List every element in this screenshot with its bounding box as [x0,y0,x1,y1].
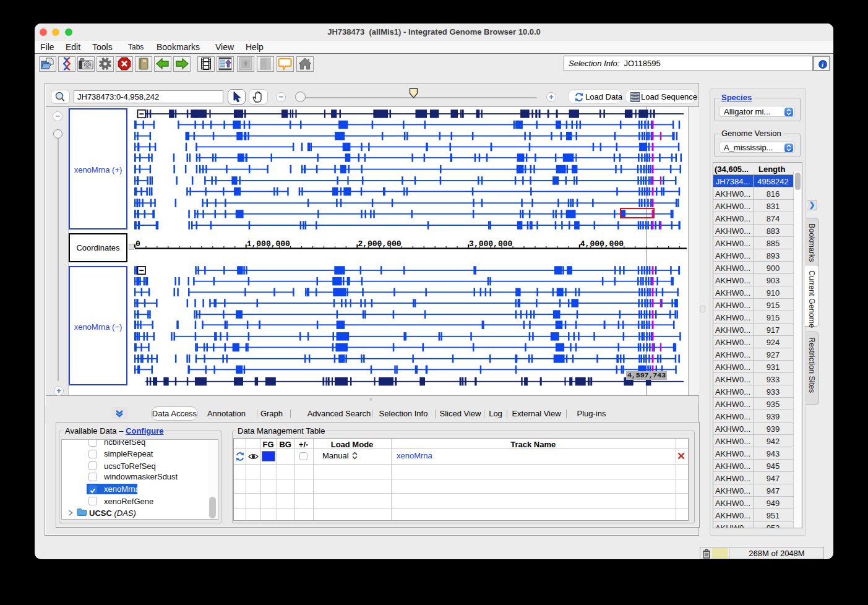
svg-text:2,000,000: 2,000,000 [358,239,401,249]
svg-text:1,000,000: 1,000,000 [247,239,290,249]
svg-text:4,000,000: 4,000,000 [580,239,624,249]
svg-text:0: 0 [135,239,140,249]
svg-text:3,000,000: 3,000,000 [469,239,512,249]
